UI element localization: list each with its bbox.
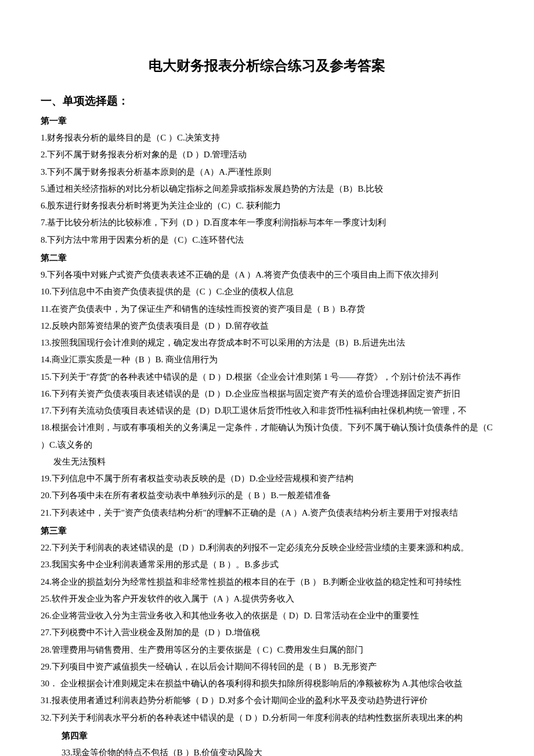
question-item: 19.下列信息中不属于所有者权益变动表反映的是（D）D.企业经营规模和资产结构 <box>41 470 493 487</box>
question-item: 31.报表使用者通过利润表趋势分析能够（ D ）D.对多个会计期间企业的盈利水平… <box>41 692 493 709</box>
question-item: 15.下列关于"存货"的各种表述中错误的是（ D ）D.根据《企业会计准则第 1… <box>41 369 493 386</box>
document-title: 电大财务报表分析综合练习及参考答案 <box>41 52 493 80</box>
question-item: 16.下列有关资产负债表项目表述错误的是（D ）D.企业应当根据与固定资产有关的… <box>41 386 493 402</box>
question-item: 10.下列信息中不由资产负债表提供的是（C ）C.企业的债权人信息 <box>41 283 493 300</box>
question-item: 17.下列有关流动负债项目表述错误的是（D）D.职工退休后货币性收入和非货币性福… <box>41 402 493 419</box>
question-item: 18.根据会计准则，与或有事项相关的义务满足一定条件，才能确认为预计负债。下列不… <box>41 419 493 453</box>
chapter-1-heading: 第一章 <box>41 113 493 129</box>
section-heading: 一、单项选择题： <box>41 90 493 111</box>
chapter-2-heading: 第二章 <box>41 250 493 267</box>
question-item: 25.软件开发企业为客户开发软件的收入属于（A ）A.提供劳务收入 <box>41 591 493 607</box>
question-item: 7.基于比较分析法的比较标准，下列（D ）D.百度本年一季度利润指标与本年一季度… <box>41 214 493 231</box>
question-item-continuation: 发生无法预料 <box>41 453 493 470</box>
question-item: 11.在资产负债表中，为了保证生产和销售的连续性而投资的资产项目是（ B ）B.… <box>41 301 493 318</box>
question-item: 9.下列各项中对账户式资产负债表表述不正确的是（A ）A.将资产负债表中的三个项… <box>41 267 493 283</box>
question-item: 27.下列税费中不计入营业税金及附加的是（D ）D.增值税 <box>41 624 493 641</box>
question-item: 22.下列关于利润表的表述错误的是（D ）D.利润表的列报不一定必须充分反映企业… <box>41 539 493 556</box>
question-item: 1.财务报表分析的最终目的是（C ）C.决策支持 <box>41 129 493 146</box>
question-item: 21.下列表述中，关于"资产负债表结构分析"的理解不正确的是（A ）A.资产负债… <box>41 505 493 521</box>
question-item: 26.企业将营业收入分为主营业务收入和其他业务收入的依据是（ D）D. 日常活动… <box>41 607 493 624</box>
question-item: 28.管理费用与销售费用、生产费用等区分的主要依据是（ C）C.费用发生归属的部… <box>41 642 493 658</box>
question-item: 8.下列方法中常用于因素分析的是（C）C.连环替代法 <box>41 232 493 249</box>
question-item: 3.下列不属于财务报表分析基本原则的是（A）A.严谨性原则 <box>41 164 493 181</box>
question-item: 30． 企业根据会计准则规定未在损益中确认的各项利得和损失扣除所得税影响后的净额… <box>41 675 493 692</box>
chapter-4-heading: 第四章 <box>41 728 493 744</box>
question-item: 5.通过相关经济指标的对比分析以确定指标之间差异或指标发展趋势的方法是（B）B.… <box>41 181 493 197</box>
question-item: 32.下列关于利润表水平分析的各种表述中错误的是（ D ）D.分析同一年度利润表… <box>41 710 493 726</box>
question-item: 29.下列项目中资产减值损失一经确认，在以后会计期间不得转回的是（ B ） B.… <box>41 658 493 675</box>
question-item: 6.股东进行财务报表分析时将更为关注企业的（C）C. 获利能力 <box>41 197 493 214</box>
question-item: 12.反映内部筹资结果的资产负债表项目是（D ）D.留存收益 <box>41 318 493 334</box>
question-item: 2.下列不属于财务报表分析对象的是（D ）D.管理活动 <box>41 146 493 163</box>
question-item: 14.商业汇票实质是一种（B ）B. 商业信用行为 <box>41 351 493 368</box>
question-item: 24.将企业的损益划分为经常性损益和非经常性损益的根本目的在于（B ） B.判断… <box>41 574 493 591</box>
chapter-3-heading: 第三章 <box>41 523 493 539</box>
question-item: 13.按照我国现行会计准则的规定，确定发出存货成本时不可以采用的方法是（B）B.… <box>41 334 493 351</box>
question-item: 20.下列各项中未在所有者权益变动表中单独列示的是（ B ）B.一般差错准备 <box>41 487 493 504</box>
question-item: 33.现金等价物的特点不包括（B ）B.价值变动风险大 <box>41 744 493 756</box>
question-item: 23.我国实务中企业利润表通常采用的形式是（ B ）。B.多步式 <box>41 556 493 573</box>
